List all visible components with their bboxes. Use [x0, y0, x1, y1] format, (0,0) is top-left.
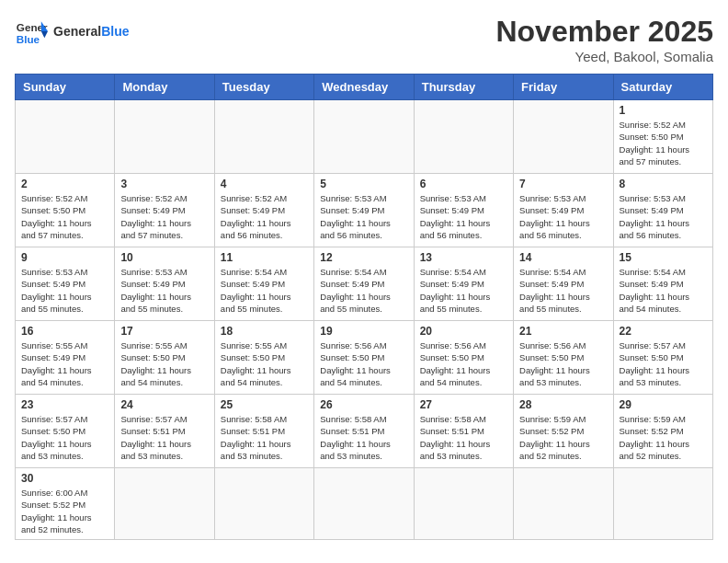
day-number: 5: [320, 178, 407, 190]
day-info: Sunrise: 5:54 AM Sunset: 5:49 PM Dayligh…: [420, 266, 507, 315]
calendar-cell: [16, 100, 115, 174]
calendar-cell: 21Sunrise: 5:56 AM Sunset: 5:50 PM Dayli…: [514, 321, 613, 395]
day-info: Sunrise: 5:54 AM Sunset: 5:49 PM Dayligh…: [519, 266, 607, 315]
calendar-cell: 18Sunrise: 5:55 AM Sunset: 5:50 PM Dayli…: [214, 321, 313, 395]
svg-marker-3: [41, 31, 48, 38]
day-info: Sunrise: 5:53 AM Sunset: 5:49 PM Dayligh…: [21, 266, 108, 315]
weekday-header-tuesday: Tuesday: [214, 75, 313, 100]
day-number: 25: [221, 398, 308, 411]
calendar-cell: 17Sunrise: 5:55 AM Sunset: 5:50 PM Dayli…: [115, 321, 214, 395]
day-number: 2: [21, 178, 108, 190]
calendar-week-row: 30Sunrise: 6:00 AM Sunset: 5:52 PM Dayli…: [16, 468, 713, 540]
day-number: 15: [620, 251, 707, 264]
calendar-cell: [414, 468, 513, 540]
calendar-cell: 28Sunrise: 5:59 AM Sunset: 5:52 PM Dayli…: [514, 395, 613, 468]
calendar-cell: [115, 468, 214, 540]
day-number: 13: [420, 251, 507, 264]
calendar-week-row: 9Sunrise: 5:53 AM Sunset: 5:49 PM Daylig…: [16, 247, 713, 321]
day-info: Sunrise: 5:53 AM Sunset: 5:49 PM Dayligh…: [620, 192, 707, 241]
calendar-cell: [314, 100, 414, 174]
calendar-cell: 29Sunrise: 5:59 AM Sunset: 5:52 PM Dayli…: [613, 395, 712, 468]
calendar-cell: 8Sunrise: 5:53 AM Sunset: 5:49 PM Daylig…: [613, 174, 712, 247]
day-info: Sunrise: 6:00 AM Sunset: 5:52 PM Dayligh…: [21, 487, 108, 535]
weekday-header-saturday: Saturday: [613, 75, 712, 100]
weekday-header-thursday: Thursday: [414, 75, 513, 100]
day-info: Sunrise: 5:57 AM Sunset: 5:50 PM Dayligh…: [21, 413, 108, 462]
calendar-cell: 6Sunrise: 5:53 AM Sunset: 5:49 PM Daylig…: [414, 174, 513, 247]
day-number: 6: [420, 178, 507, 190]
calendar-cell: 14Sunrise: 5:54 AM Sunset: 5:49 PM Dayli…: [514, 247, 613, 321]
day-info: Sunrise: 5:55 AM Sunset: 5:50 PM Dayligh…: [221, 339, 308, 388]
day-info: Sunrise: 5:52 AM Sunset: 5:50 PM Dayligh…: [21, 192, 108, 241]
weekday-header-friday: Friday: [514, 75, 613, 100]
day-number: 19: [320, 325, 407, 338]
calendar-cell: 7Sunrise: 5:53 AM Sunset: 5:49 PM Daylig…: [514, 174, 613, 247]
day-info: Sunrise: 5:55 AM Sunset: 5:49 PM Dayligh…: [21, 339, 108, 388]
day-info: Sunrise: 5:59 AM Sunset: 5:52 PM Dayligh…: [620, 413, 707, 462]
day-number: 9: [21, 251, 108, 264]
day-number: 11: [221, 251, 308, 264]
logo-general-text: GeneralBlue: [53, 24, 129, 39]
calendar-cell: 12Sunrise: 5:54 AM Sunset: 5:49 PM Dayli…: [314, 247, 414, 321]
calendar-week-row: 2Sunrise: 5:52 AM Sunset: 5:50 PM Daylig…: [16, 174, 713, 247]
day-number: 1: [620, 104, 707, 117]
day-number: 3: [120, 178, 208, 190]
calendar-cell: [214, 468, 313, 540]
day-info: Sunrise: 5:56 AM Sunset: 5:50 PM Dayligh…: [420, 339, 507, 388]
day-info: Sunrise: 5:55 AM Sunset: 5:50 PM Dayligh…: [120, 339, 208, 388]
calendar-cell: 2Sunrise: 5:52 AM Sunset: 5:50 PM Daylig…: [16, 174, 115, 247]
day-number: 28: [519, 398, 607, 411]
day-number: 7: [519, 178, 607, 190]
calendar-cell: 22Sunrise: 5:57 AM Sunset: 5:50 PM Dayli…: [613, 321, 712, 395]
calendar-cell: 27Sunrise: 5:58 AM Sunset: 5:51 PM Dayli…: [414, 395, 513, 468]
day-number: 26: [320, 398, 407, 411]
day-number: 23: [21, 398, 108, 411]
weekday-header-monday: Monday: [115, 75, 214, 100]
day-number: 10: [120, 251, 208, 264]
day-info: Sunrise: 5:52 AM Sunset: 5:49 PM Dayligh…: [120, 192, 208, 241]
calendar-cell: [314, 468, 414, 540]
page-header: General Blue GeneralBlue November 2025 Y…: [15, 15, 713, 64]
calendar-cell: 24Sunrise: 5:57 AM Sunset: 5:51 PM Dayli…: [115, 395, 214, 468]
day-info: Sunrise: 5:58 AM Sunset: 5:51 PM Dayligh…: [221, 413, 308, 462]
month-year-title: November 2025: [495, 15, 713, 49]
day-info: Sunrise: 5:53 AM Sunset: 5:49 PM Dayligh…: [519, 192, 607, 241]
calendar-cell: 19Sunrise: 5:56 AM Sunset: 5:50 PM Dayli…: [314, 321, 414, 395]
calendar-cell: 11Sunrise: 5:54 AM Sunset: 5:49 PM Dayli…: [214, 247, 313, 321]
calendar-week-row: 23Sunrise: 5:57 AM Sunset: 5:50 PM Dayli…: [16, 395, 713, 468]
calendar-cell: 26Sunrise: 5:58 AM Sunset: 5:51 PM Dayli…: [314, 395, 414, 468]
weekday-header-row: SundayMondayTuesdayWednesdayThursdayFrid…: [16, 75, 713, 100]
day-number: 22: [620, 325, 707, 338]
day-number: 24: [120, 398, 208, 411]
calendar-cell: 13Sunrise: 5:54 AM Sunset: 5:49 PM Dayli…: [414, 247, 513, 321]
calendar-cell: [214, 100, 313, 174]
calendar-cell: 9Sunrise: 5:53 AM Sunset: 5:49 PM Daylig…: [16, 247, 115, 321]
weekday-header-sunday: Sunday: [16, 75, 115, 100]
day-number: 4: [221, 178, 308, 190]
day-info: Sunrise: 5:54 AM Sunset: 5:49 PM Dayligh…: [620, 266, 707, 315]
day-number: 20: [420, 325, 507, 338]
calendar-cell: 30Sunrise: 6:00 AM Sunset: 5:52 PM Dayli…: [16, 468, 115, 540]
calendar-cell: 15Sunrise: 5:54 AM Sunset: 5:49 PM Dayli…: [613, 247, 712, 321]
day-info: Sunrise: 5:57 AM Sunset: 5:51 PM Dayligh…: [120, 413, 208, 462]
calendar-cell: 3Sunrise: 5:52 AM Sunset: 5:49 PM Daylig…: [115, 174, 214, 247]
calendar-cell: 20Sunrise: 5:56 AM Sunset: 5:50 PM Dayli…: [414, 321, 513, 395]
calendar-table: SundayMondayTuesdayWednesdayThursdayFrid…: [15, 74, 713, 540]
location-subtitle: Yeed, Bakool, Somalia: [495, 49, 713, 64]
day-number: 29: [620, 398, 707, 411]
day-info: Sunrise: 5:52 AM Sunset: 5:50 PM Dayligh…: [620, 119, 707, 167]
day-info: Sunrise: 5:58 AM Sunset: 5:51 PM Dayligh…: [420, 413, 507, 462]
day-info: Sunrise: 5:54 AM Sunset: 5:49 PM Dayligh…: [320, 266, 407, 315]
calendar-cell: 23Sunrise: 5:57 AM Sunset: 5:50 PM Dayli…: [16, 395, 115, 468]
calendar-cell: [115, 100, 214, 174]
calendar-cell: 4Sunrise: 5:52 AM Sunset: 5:49 PM Daylig…: [214, 174, 313, 247]
day-info: Sunrise: 5:59 AM Sunset: 5:52 PM Dayligh…: [519, 413, 607, 462]
day-number: 27: [420, 398, 507, 411]
day-number: 12: [320, 251, 407, 264]
day-info: Sunrise: 5:58 AM Sunset: 5:51 PM Dayligh…: [320, 413, 407, 462]
calendar-cell: 16Sunrise: 5:55 AM Sunset: 5:49 PM Dayli…: [16, 321, 115, 395]
calendar-week-row: 16Sunrise: 5:55 AM Sunset: 5:49 PM Dayli…: [16, 321, 713, 395]
logo-icon: General Blue: [15, 15, 48, 48]
day-info: Sunrise: 5:53 AM Sunset: 5:49 PM Dayligh…: [320, 192, 407, 241]
calendar-cell: [414, 100, 513, 174]
